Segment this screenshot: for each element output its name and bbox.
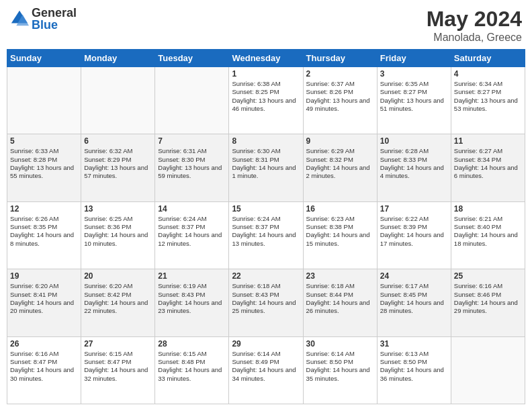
calendar-table: Sunday Monday Tuesday Wednesday Thursday… — [7, 49, 525, 404]
day-info: Sunrise: 6:25 AM Sunset: 8:36 PM Dayligh… — [84, 215, 152, 248]
col-tuesday: Tuesday — [155, 50, 229, 67]
day-info: Sunrise: 6:21 AM Sunset: 8:40 PM Dayligh… — [454, 215, 522, 248]
day-info: Sunrise: 6:14 AM Sunset: 8:50 PM Dayligh… — [306, 350, 374, 383]
title-area: May 2024 Manolada, Greece — [427, 7, 522, 44]
day-number: 6 — [84, 136, 152, 146]
col-thursday: Thursday — [303, 50, 377, 67]
day-number: 28 — [158, 339, 226, 349]
day-number: 12 — [10, 204, 78, 214]
day-number: 17 — [380, 204, 448, 214]
calendar-week-4: 19Sunrise: 6:20 AM Sunset: 8:41 PM Dayli… — [7, 269, 525, 336]
table-row: 8Sunrise: 6:30 AM Sunset: 8:31 PM Daylig… — [229, 134, 303, 201]
day-info: Sunrise: 6:16 AM Sunset: 8:47 PM Dayligh… — [10, 350, 78, 383]
calendar-week-5: 26Sunrise: 6:16 AM Sunset: 8:47 PM Dayli… — [7, 336, 525, 404]
table-row: 22Sunrise: 6:18 AM Sunset: 8:43 PM Dayli… — [229, 269, 303, 336]
day-info: Sunrise: 6:32 AM Sunset: 8:29 PM Dayligh… — [84, 147, 152, 180]
calendar-week-3: 12Sunrise: 6:26 AM Sunset: 8:35 PM Dayli… — [7, 201, 525, 269]
table-row: 1Sunrise: 6:38 AM Sunset: 8:25 PM Daylig… — [229, 67, 303, 134]
table-row: 2Sunrise: 6:37 AM Sunset: 8:26 PM Daylig… — [303, 67, 377, 134]
day-info: Sunrise: 6:13 AM Sunset: 8:50 PM Dayligh… — [380, 350, 448, 383]
table-row: 13Sunrise: 6:25 AM Sunset: 8:36 PM Dayli… — [81, 201, 155, 269]
table-row: 23Sunrise: 6:18 AM Sunset: 8:44 PM Dayli… — [303, 269, 377, 336]
day-info: Sunrise: 6:26 AM Sunset: 8:35 PM Dayligh… — [10, 215, 78, 248]
table-row: 18Sunrise: 6:21 AM Sunset: 8:40 PM Dayli… — [451, 201, 525, 269]
day-info: Sunrise: 6:31 AM Sunset: 8:30 PM Dayligh… — [158, 147, 226, 180]
day-info: Sunrise: 6:34 AM Sunset: 8:27 PM Dayligh… — [454, 80, 522, 113]
day-number: 27 — [84, 339, 152, 349]
col-saturday: Saturday — [451, 50, 525, 67]
day-number: 8 — [232, 136, 300, 146]
table-row: 19Sunrise: 6:20 AM Sunset: 8:41 PM Dayli… — [7, 269, 81, 336]
table-row: 6Sunrise: 6:32 AM Sunset: 8:29 PM Daylig… — [81, 134, 155, 201]
table-row: 10Sunrise: 6:28 AM Sunset: 8:33 PM Dayli… — [377, 134, 451, 201]
day-info: Sunrise: 6:20 AM Sunset: 8:42 PM Dayligh… — [84, 282, 152, 315]
logo-text: General Blue — [32, 7, 77, 31]
table-row: 26Sunrise: 6:16 AM Sunset: 8:47 PM Dayli… — [7, 336, 81, 404]
table-row: 4Sunrise: 6:34 AM Sunset: 8:27 PM Daylig… — [451, 67, 525, 134]
day-number: 18 — [454, 204, 522, 214]
day-info: Sunrise: 6:27 AM Sunset: 8:34 PM Dayligh… — [454, 147, 522, 180]
day-number: 14 — [158, 204, 226, 214]
day-info: Sunrise: 6:15 AM Sunset: 8:47 PM Dayligh… — [84, 350, 152, 383]
location-title: Manolada, Greece — [427, 32, 522, 44]
table-row: 30Sunrise: 6:14 AM Sunset: 8:50 PM Dayli… — [303, 336, 377, 404]
day-info: Sunrise: 6:35 AM Sunset: 8:27 PM Dayligh… — [380, 80, 448, 113]
col-friday: Friday — [377, 50, 451, 67]
col-wednesday: Wednesday — [229, 50, 303, 67]
day-info: Sunrise: 6:18 AM Sunset: 8:43 PM Dayligh… — [232, 282, 300, 315]
day-info: Sunrise: 6:24 AM Sunset: 8:37 PM Dayligh… — [232, 215, 300, 248]
day-number: 10 — [380, 136, 448, 146]
table-row: 25Sunrise: 6:16 AM Sunset: 8:46 PM Dayli… — [451, 269, 525, 336]
table-row: 7Sunrise: 6:31 AM Sunset: 8:30 PM Daylig… — [155, 134, 229, 201]
table-row — [7, 67, 81, 134]
table-row: 29Sunrise: 6:14 AM Sunset: 8:49 PM Dayli… — [229, 336, 303, 404]
day-info: Sunrise: 6:23 AM Sunset: 8:38 PM Dayligh… — [306, 215, 374, 248]
table-row: 17Sunrise: 6:22 AM Sunset: 8:39 PM Dayli… — [377, 201, 451, 269]
table-row: 21Sunrise: 6:19 AM Sunset: 8:43 PM Dayli… — [155, 269, 229, 336]
day-info: Sunrise: 6:33 AM Sunset: 8:28 PM Dayligh… — [10, 147, 78, 180]
day-number: 13 — [84, 204, 152, 214]
table-row: 9Sunrise: 6:29 AM Sunset: 8:32 PM Daylig… — [303, 134, 377, 201]
day-info: Sunrise: 6:22 AM Sunset: 8:39 PM Dayligh… — [380, 215, 448, 248]
day-number: 29 — [232, 339, 300, 349]
day-info: Sunrise: 6:18 AM Sunset: 8:44 PM Dayligh… — [306, 282, 374, 315]
day-number: 24 — [380, 271, 448, 281]
day-number: 23 — [306, 271, 374, 281]
day-info: Sunrise: 6:38 AM Sunset: 8:25 PM Dayligh… — [232, 80, 300, 113]
day-number: 30 — [306, 339, 374, 349]
page: General Blue May 2024 Manolada, Greece S… — [0, 0, 532, 411]
table-row: 16Sunrise: 6:23 AM Sunset: 8:38 PM Dayli… — [303, 201, 377, 269]
day-number: 15 — [232, 204, 300, 214]
table-row — [451, 336, 525, 404]
logo-general-text: General — [32, 7, 77, 19]
day-number: 1 — [232, 69, 300, 79]
table-row: 3Sunrise: 6:35 AM Sunset: 8:27 PM Daylig… — [377, 67, 451, 134]
day-info: Sunrise: 6:16 AM Sunset: 8:46 PM Dayligh… — [454, 282, 522, 315]
day-number: 16 — [306, 204, 374, 214]
day-info: Sunrise: 6:29 AM Sunset: 8:32 PM Dayligh… — [306, 147, 374, 180]
day-number: 19 — [10, 271, 78, 281]
table-row: 24Sunrise: 6:17 AM Sunset: 8:45 PM Dayli… — [377, 269, 451, 336]
table-row: 11Sunrise: 6:27 AM Sunset: 8:34 PM Dayli… — [451, 134, 525, 201]
day-number: 31 — [380, 339, 448, 349]
day-info: Sunrise: 6:15 AM Sunset: 8:48 PM Dayligh… — [158, 350, 226, 383]
col-monday: Monday — [81, 50, 155, 67]
day-info: Sunrise: 6:37 AM Sunset: 8:26 PM Dayligh… — [306, 80, 374, 113]
day-info: Sunrise: 6:14 AM Sunset: 8:49 PM Dayligh… — [232, 350, 300, 383]
logo-blue-text: Blue — [32, 19, 77, 31]
table-row: 31Sunrise: 6:13 AM Sunset: 8:50 PM Dayli… — [377, 336, 451, 404]
day-info: Sunrise: 6:19 AM Sunset: 8:43 PM Dayligh… — [158, 282, 226, 315]
day-number: 9 — [306, 136, 374, 146]
table-row — [81, 67, 155, 134]
day-number: 4 — [454, 69, 522, 79]
day-number: 11 — [454, 136, 522, 146]
day-info: Sunrise: 6:24 AM Sunset: 8:37 PM Dayligh… — [158, 215, 226, 248]
table-row — [155, 67, 229, 134]
calendar-header-row: Sunday Monday Tuesday Wednesday Thursday… — [7, 50, 525, 67]
table-row: 12Sunrise: 6:26 AM Sunset: 8:35 PM Dayli… — [7, 201, 81, 269]
table-row: 5Sunrise: 6:33 AM Sunset: 8:28 PM Daylig… — [7, 134, 81, 201]
calendar-week-2: 5Sunrise: 6:33 AM Sunset: 8:28 PM Daylig… — [7, 134, 525, 201]
table-row: 15Sunrise: 6:24 AM Sunset: 8:37 PM Dayli… — [229, 201, 303, 269]
header: General Blue May 2024 Manolada, Greece — [7, 7, 525, 44]
day-number: 5 — [10, 136, 78, 146]
